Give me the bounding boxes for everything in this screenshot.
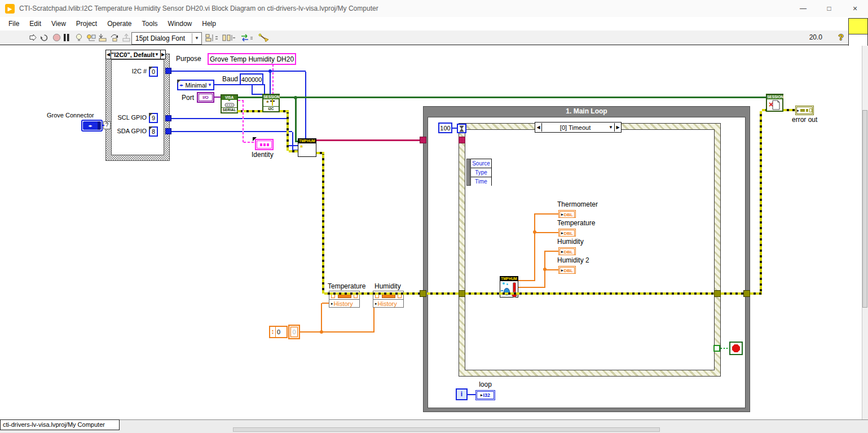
spin-down-icon[interactable]: ▼ bbox=[271, 332, 274, 335]
wire-thermometer bbox=[535, 213, 558, 215]
baud-constant[interactable]: 400000 bbox=[240, 73, 263, 85]
thermometer-indicator[interactable]: ▸DBL bbox=[558, 210, 576, 218]
enum-constant-minimal[interactable]: ◂▸ Minimal ▼ bbox=[177, 80, 214, 90]
horizontal-scrollbar-thumb[interactable] bbox=[233, 427, 660, 432]
event-selector[interactable]: ◀ [0] Timeout ▼ ▶ bbox=[535, 122, 622, 133]
run-continuous-button[interactable] bbox=[39, 32, 49, 43]
run-button[interactable] bbox=[28, 32, 37, 43]
maximize-button[interactable]: □ bbox=[816, 0, 842, 17]
tmphum-open-node[interactable]: TMPHUM * bbox=[298, 138, 316, 157]
case-prev-icon[interactable]: ◀ bbox=[106, 50, 111, 59]
cluster-dot bbox=[806, 109, 808, 112]
scl-gpio-constant[interactable]: 9 bbox=[149, 113, 158, 123]
step-over-button[interactable] bbox=[109, 32, 120, 43]
humidity-indicator[interactable]: ▸DBL bbox=[558, 247, 576, 255]
step-into-button[interactable] bbox=[98, 32, 108, 43]
loop-counter-indicator[interactable]: ▸ I32 bbox=[475, 390, 495, 400]
fold-marker bbox=[149, 126, 153, 130]
abort-button[interactable] bbox=[52, 32, 61, 43]
menu-edit[interactable]: Edit bbox=[24, 20, 46, 28]
wire-sensor-class-1 bbox=[316, 139, 420, 141]
event-data-type[interactable]: Type bbox=[471, 168, 491, 177]
case-next-icon[interactable]: ▶ bbox=[160, 50, 165, 59]
hourglass-icon bbox=[459, 125, 465, 132]
menu-window[interactable]: Window bbox=[163, 20, 197, 28]
context-help-button[interactable]: ? bbox=[836, 32, 846, 43]
event-data-source[interactable]: Source bbox=[471, 159, 491, 168]
cluster-dot bbox=[800, 109, 805, 112]
temperature-history-label: Temperature bbox=[328, 282, 365, 290]
i2c-number-constant[interactable]: 0 bbox=[149, 67, 158, 77]
minimize-button[interactable]: — bbox=[790, 0, 816, 17]
session-close-node[interactable]: SESSION × bbox=[766, 94, 783, 112]
humidity2-indicator[interactable]: ▸DBL bbox=[558, 266, 576, 274]
db9-connector-icon bbox=[224, 103, 235, 107]
visa-configure-serial-node[interactable]: VISA * SERIAL bbox=[221, 94, 238, 113]
highlight-execution-button[interactable] bbox=[74, 32, 83, 43]
wire-hum-out bbox=[518, 287, 545, 288]
terminal-arrow-icon: ▸ bbox=[561, 250, 563, 254]
retain-wire-values-button[interactable] bbox=[86, 32, 96, 43]
case-selector-label[interactable]: "I2C0", Default bbox=[111, 51, 155, 58]
menu-help[interactable]: Help bbox=[197, 20, 221, 28]
menu-tools[interactable]: Tools bbox=[137, 20, 163, 28]
wire-array-temp-in bbox=[322, 303, 329, 304]
event-prev-icon[interactable]: ◀ bbox=[535, 123, 542, 132]
wire-error-main-4 bbox=[721, 292, 743, 295]
event-timeout-terminal[interactable] bbox=[457, 124, 466, 133]
labview-app-icon: ▶ bbox=[5, 4, 15, 14]
wire-error-main-3 bbox=[465, 292, 714, 295]
history-property-row[interactable]: ▸ History bbox=[329, 300, 359, 308]
grove-connector-control[interactable]: ◂▸ bbox=[81, 120, 103, 132]
reorder-button[interactable] bbox=[240, 32, 254, 43]
align-objects-button[interactable] bbox=[205, 32, 219, 43]
port-visa-resource-constant[interactable]: I/O bbox=[197, 92, 214, 103]
vertical-scrollbar-thumb[interactable] bbox=[862, 110, 867, 308]
wire-error-4 bbox=[289, 150, 298, 152]
chevron-down-icon: ▼ bbox=[208, 82, 212, 88]
event-data-node[interactable]: Source Type Time bbox=[466, 159, 492, 186]
navigation-window-highlight bbox=[849, 19, 867, 34]
iteration-terminal[interactable]: i bbox=[456, 388, 468, 400]
terminal-arrow-icon: ▸ bbox=[797, 108, 799, 113]
array-index-display[interactable]: ▲ ▼ 0 bbox=[269, 326, 288, 338]
clean-up-diagram-button[interactable] bbox=[258, 32, 270, 43]
timeout-constant[interactable]: 100 bbox=[438, 123, 452, 133]
asterisk-icon: * bbox=[266, 99, 268, 106]
event-next-icon[interactable]: ▶ bbox=[614, 123, 621, 132]
event-data-time[interactable]: Time bbox=[471, 177, 491, 186]
menu-operate[interactable]: Operate bbox=[102, 20, 136, 28]
temperature-indicator[interactable]: ▸DBL bbox=[558, 229, 576, 237]
pause-button[interactable] bbox=[63, 32, 70, 43]
port-label: Port bbox=[182, 94, 194, 102]
font-selector[interactable]: 15pt Dialog Font ▼ bbox=[131, 32, 202, 45]
loop-condition-terminal[interactable] bbox=[729, 342, 743, 355]
purpose-label: Purpose bbox=[176, 55, 201, 63]
menu-file[interactable]: File bbox=[3, 20, 24, 28]
array-index-spinner[interactable]: ▲ ▼ bbox=[270, 327, 276, 337]
scl-gpio-label: SCL GPIO bbox=[110, 114, 147, 121]
string-dot bbox=[263, 143, 266, 146]
identity-string-indicator[interactable] bbox=[255, 139, 274, 150]
case-selector[interactable]: ◀ "I2C0", Default ▼ ▶ bbox=[105, 50, 166, 59]
execution-target-indicator[interactable]: cti-drivers-lv-visa.lvproj/My Computer bbox=[0, 419, 120, 430]
error-out-indicator[interactable]: ▸ bbox=[795, 106, 814, 115]
session-node-glyph: * bbox=[263, 99, 279, 106]
history-property-row[interactable]: ▸ History bbox=[373, 300, 403, 308]
menu-view[interactable]: View bbox=[46, 20, 71, 28]
session-open-i2c-node[interactable]: SESSION * I2C bbox=[262, 94, 280, 112]
sda-gpio-constant[interactable]: 8 bbox=[149, 126, 158, 137]
enum-cap bbox=[98, 121, 101, 130]
wire-error-3 bbox=[287, 112, 289, 151]
distribute-objects-button[interactable] bbox=[222, 32, 236, 43]
close-button[interactable]: × bbox=[842, 0, 868, 17]
wire-purpose-string bbox=[272, 65, 274, 94]
step-out-button[interactable] bbox=[121, 32, 131, 43]
menu-project[interactable]: Project bbox=[71, 20, 102, 28]
window-title: CTI-Scratchpad.lvlib:I2C Temperature Hum… bbox=[19, 5, 378, 12]
run-icon bbox=[29, 34, 37, 41]
terminal-arrow-icon: ▸ bbox=[561, 212, 563, 217]
event-selector-label[interactable]: [0] Timeout bbox=[542, 124, 609, 131]
array-element-constant[interactable]: 0 bbox=[288, 325, 300, 339]
purpose-string-constant[interactable]: Grove Temp Humidity DH20 bbox=[208, 53, 296, 65]
